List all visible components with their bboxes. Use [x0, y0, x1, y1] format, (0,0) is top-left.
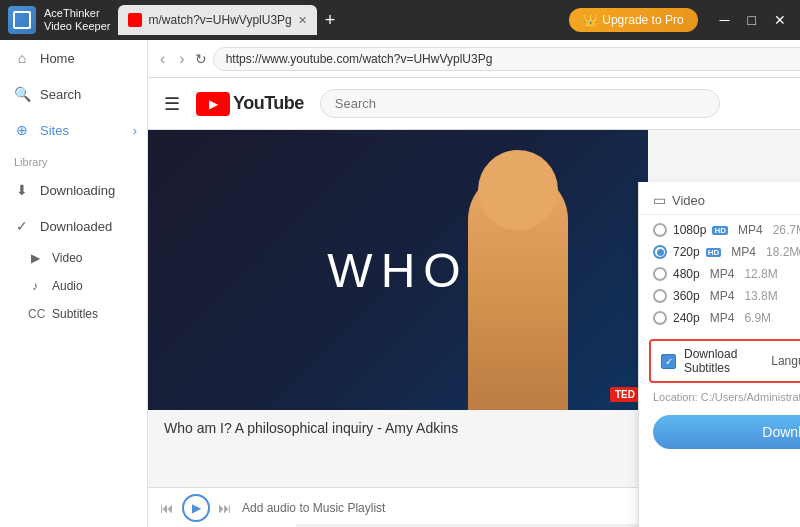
subtitle-checkbox[interactable]: ✓: [661, 354, 676, 369]
sidebar-item-search[interactable]: 🔍 Search: [0, 76, 147, 112]
video-icon: ▶: [28, 251, 42, 265]
sidebar-item-subtitles[interactable]: CC Subtitles: [0, 300, 147, 328]
downloading-icon: ⬇: [14, 182, 30, 198]
video-thumbnail: WHO TED: [148, 130, 648, 410]
radio-360p-video[interactable]: [653, 289, 667, 303]
hamburger-icon[interactable]: ☰: [164, 93, 180, 115]
upgrade-button[interactable]: 👑 Upgrade to Pro: [569, 8, 697, 32]
tab-bar: m/watch?v=UHwVyplU3Pg ✕ +: [118, 5, 561, 35]
language-label: Language:: [771, 354, 800, 368]
crown-icon: 👑: [583, 13, 598, 27]
table-row: 720p HD MP4 18.2M 192k HQ MP3 7.25M: [639, 241, 800, 263]
next-btn[interactable]: ⏭: [218, 500, 232, 516]
video-col-label: Video: [672, 193, 705, 208]
table-row: 360p MP4 13.8M: [639, 285, 800, 307]
table-row: 480p MP4 12.8M 128k MP3 4M: [639, 263, 800, 285]
sidebar: ⌂ Home 🔍 Search ⊕ Sites Library ⬇ Downlo…: [0, 40, 148, 527]
title-bar: AceThinker Video Keeper m/watch?v=UHwVyp…: [0, 0, 800, 40]
downloaded-icon: ✓: [14, 218, 30, 234]
radio-720p-video[interactable]: [653, 245, 667, 259]
browser-area: ‹ › ↻ https://www.youtube.com/watch?v=UH…: [148, 40, 800, 527]
radio-240p-video[interactable]: [653, 311, 667, 325]
download-button[interactable]: Download: [653, 415, 800, 449]
library-divider: Library: [0, 148, 147, 172]
radio-480p-video[interactable]: [653, 267, 667, 281]
sites-icon: ⊕: [14, 122, 30, 138]
player-controls: ⏮ ▶ ⏭: [160, 494, 232, 522]
sidebar-item-video[interactable]: ▶ Video: [0, 244, 147, 272]
video-title: Who am I? A philosophical inquiry - Amy …: [148, 410, 638, 446]
sidebar-video-label: Video: [52, 251, 82, 265]
video-section: WHO TED Who am I? A philosophical inquir…: [148, 130, 638, 487]
youtube-logo: YouTube: [196, 92, 304, 116]
sidebar-item-audio[interactable]: ♪ Audio: [0, 272, 147, 300]
tab-label: m/watch?v=UHwVyplU3Pg: [148, 13, 291, 27]
tab-close-btn[interactable]: ✕: [298, 14, 307, 27]
subtitle-label: Download Subtitles: [684, 347, 763, 375]
app-logo: [8, 6, 36, 34]
minimize-btn[interactable]: ─: [714, 10, 736, 30]
tab-favicon: [128, 13, 142, 27]
sidebar-downloaded-label: Downloaded: [40, 219, 112, 234]
video-col-icon: ▭: [653, 192, 666, 208]
download-panel: ▭ Video ♪ Audio: [638, 182, 800, 527]
home-icon: ⌂: [14, 50, 30, 66]
sidebar-item-downloaded[interactable]: ✓ Downloaded: [0, 208, 147, 244]
search-icon: 🔍: [14, 86, 30, 102]
maximize-btn[interactable]: □: [742, 10, 762, 30]
panel-header: ▭ Video ♪ Audio: [639, 182, 800, 215]
quality-rows: 1080p HD MP4 26.7M 320k HQ MP3 12.08M: [639, 215, 800, 333]
sidebar-search-label: Search: [40, 87, 81, 102]
panel-video-col-header: ▭ Video: [653, 192, 794, 208]
window-controls: ─ □ ✕: [714, 10, 792, 30]
sidebar-sites-label: Sites: [40, 123, 69, 138]
url-text: https://www.youtube.com/watch?v=UHwVyplU…: [226, 52, 493, 66]
sidebar-item-sites[interactable]: ⊕ Sites: [0, 112, 147, 148]
sidebar-subtitles-label: Subtitles: [52, 307, 98, 321]
person-silhouette: [428, 150, 608, 410]
youtube-area: ☰ YouTube WHO: [148, 78, 800, 527]
sidebar-item-downloading[interactable]: ⬇ Downloading: [0, 172, 147, 208]
sidebar-home-label: Home: [40, 51, 75, 66]
subtitle-section: ✓ Download Subtitles Language: English ▲: [649, 339, 800, 383]
back-btn[interactable]: ‹: [156, 48, 169, 70]
app-name: AceThinker Video Keeper: [44, 7, 110, 33]
youtube-logo-icon: [196, 92, 230, 116]
sidebar-downloading-label: Downloading: [40, 183, 115, 198]
youtube-header: ☰ YouTube: [148, 78, 800, 130]
sidebar-audio-label: Audio: [52, 279, 83, 293]
subtitles-icon: CC: [28, 307, 42, 321]
quality-video-240: 240p MP4 6.9M: [653, 311, 794, 325]
forward-btn[interactable]: ›: [175, 48, 188, 70]
address-bar: ‹ › ↻ https://www.youtube.com/watch?v=UH…: [148, 40, 800, 78]
table-row: 240p MP4 6.9M: [639, 307, 800, 329]
sidebar-item-home[interactable]: ⌂ Home: [0, 40, 147, 76]
close-btn[interactable]: ✕: [768, 10, 792, 30]
youtube-search-input[interactable]: [320, 89, 720, 118]
audio-icon: ♪: [28, 279, 42, 293]
ted-badge: TED: [610, 387, 640, 402]
refresh-btn[interactable]: ↻: [195, 51, 207, 67]
browser-tab[interactable]: m/watch?v=UHwVyplU3Pg ✕: [118, 5, 316, 35]
content-area: WHO TED Who am I? A philosophical inquir…: [148, 130, 800, 487]
panel-audio-col-header: ♪ Audio: [794, 192, 801, 208]
youtube-logo-text: YouTube: [233, 93, 304, 114]
quality-audio-128k: 128k MP3 4M: [794, 267, 801, 281]
quality-video-480: 480p MP4 12.8M: [653, 267, 794, 281]
main-layout: ⌂ Home 🔍 Search ⊕ Sites Library ⬇ Downlo…: [0, 40, 800, 527]
radio-1080p-video[interactable]: [653, 223, 667, 237]
play-btn[interactable]: ▶: [182, 494, 210, 522]
quality-video-720: 720p HD MP4 18.2M: [653, 245, 799, 259]
prev-btn[interactable]: ⏮: [160, 500, 174, 516]
new-tab-btn[interactable]: +: [321, 10, 340, 31]
url-bar[interactable]: https://www.youtube.com/watch?v=UHwVyplU…: [213, 47, 800, 71]
location-text: Location: C:/Users/Administrator/AppDat: [639, 389, 800, 409]
quality-video-1080: 1080p HD MP4 26.7M: [653, 223, 800, 237]
quality-video-360: 360p MP4 13.8M: [653, 289, 794, 303]
table-row: 1080p HD MP4 26.7M 320k HQ MP3 12.08M: [639, 219, 800, 241]
